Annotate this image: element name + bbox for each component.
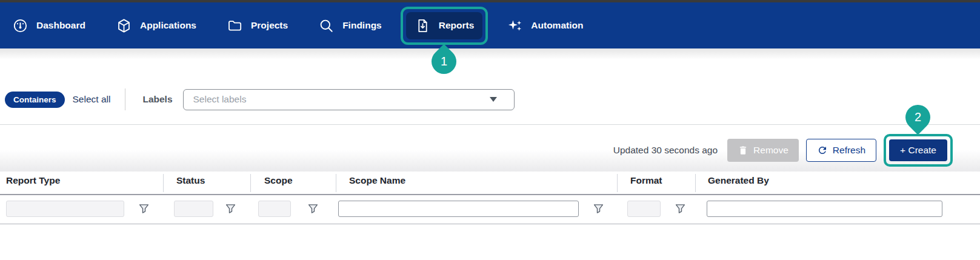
refresh-button-label: Refresh [833, 145, 865, 156]
format-filter-icon[interactable] [675, 204, 685, 214]
remove-button[interactable]: Remove [727, 139, 799, 162]
refresh-icon [817, 145, 828, 156]
annotation-box-reports: Reports 1 [401, 7, 488, 45]
column-header-report-type[interactable]: Report Type [6, 175, 60, 186]
containers-badge[interactable]: Containers [5, 92, 65, 108]
refresh-button[interactable]: Refresh [806, 139, 876, 162]
step-marker-2-number: 2 [915, 110, 921, 124]
filter-bar: Containers Select all Labels Select labe… [5, 88, 515, 110]
column-divider [163, 174, 164, 192]
scope-filter-input[interactable] [258, 201, 291, 217]
step-marker-1-number: 1 [441, 55, 447, 68]
column-divider [250, 174, 251, 192]
scope-filter-icon[interactable] [308, 204, 318, 214]
column-header-generated-by[interactable]: Generated By [708, 175, 769, 186]
create-button-label: + Create [900, 145, 936, 156]
cube-icon [116, 18, 132, 34]
step-marker-2: 2 [901, 100, 936, 135]
nav-item-dashboard[interactable]: Dashboard [4, 12, 94, 39]
nav-label-reports: Reports [439, 20, 475, 31]
report-type-filter-icon[interactable] [139, 204, 149, 214]
nav-item-projects[interactable]: Projects [218, 12, 296, 39]
labels-label: Labels [142, 94, 172, 105]
filter-row-border [0, 224, 980, 224]
status-filter-input[interactable] [174, 201, 213, 217]
chevron-down-icon [490, 97, 497, 102]
folder-icon [227, 18, 243, 34]
table-toolbar: Updated 30 seconds ago Remove Refresh + … [613, 134, 953, 167]
generated-by-filter-input[interactable] [707, 201, 942, 217]
column-header-status[interactable]: Status [176, 175, 205, 186]
gauge-icon [12, 18, 28, 34]
remove-button-label: Remove [753, 145, 788, 156]
report-download-icon [415, 18, 431, 34]
navbar-shadow [0, 48, 980, 59]
nav-label-projects: Projects [251, 20, 288, 31]
nav-label-automation: Automation [531, 20, 583, 31]
column-divider [617, 174, 618, 192]
status-filter-icon[interactable] [225, 204, 236, 214]
section-divider [0, 124, 980, 125]
create-button[interactable]: + Create [889, 139, 947, 161]
select-labels-placeholder: Select labels [193, 94, 490, 105]
nav-item-applications[interactable]: Applications [107, 12, 205, 39]
format-filter-input[interactable] [627, 201, 661, 217]
column-header-scope-name[interactable]: Scope Name [349, 175, 405, 186]
report-type-filter-input[interactable] [6, 201, 124, 217]
column-divider [695, 174, 696, 192]
scope-name-filter-icon[interactable] [593, 204, 604, 214]
nav-item-automation[interactable]: Automation [498, 12, 592, 39]
sparkles-icon [507, 18, 523, 34]
nav-label-applications: Applications [140, 20, 196, 31]
nav-label-findings: Findings [342, 20, 382, 31]
main-navbar: Dashboard Applications Projects Findings [0, 2, 980, 48]
column-header-format[interactable]: Format [630, 175, 662, 186]
nav-item-findings[interactable]: Findings [310, 12, 390, 39]
annotation-box-create: + Create 2 [884, 134, 953, 167]
trash-icon [738, 145, 748, 156]
updated-status-text: Updated 30 seconds ago [613, 145, 718, 156]
select-all-button[interactable]: Select all [73, 94, 111, 105]
filter-bar-divider [125, 88, 125, 110]
column-header-scope[interactable]: Scope [264, 175, 293, 186]
nav-item-reports[interactable]: Reports [406, 12, 483, 39]
search-icon [318, 18, 335, 34]
scope-name-filter-input[interactable] [338, 201, 579, 217]
column-divider [336, 174, 336, 192]
select-labels-dropdown[interactable]: Select labels [183, 89, 515, 110]
table-header-border [0, 194, 980, 195]
nav-label-dashboard: Dashboard [36, 20, 85, 31]
